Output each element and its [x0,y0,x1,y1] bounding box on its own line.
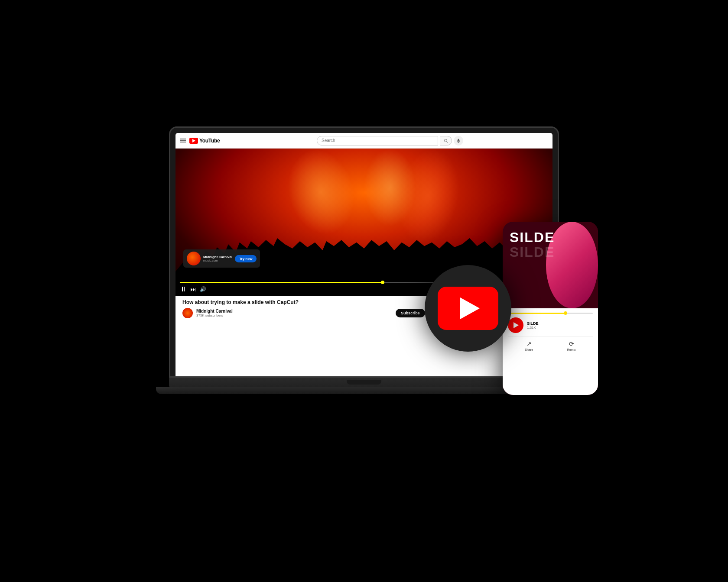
youtube-circle-logo [425,265,511,352]
volume-button[interactable]: 🔊 [200,286,206,292]
album-text: SILDE SILDE [510,230,555,259]
ad-title: Midnight Carnival [203,255,232,259]
search-container [232,136,548,146]
phone-play-area: SILDE 1.31K [508,317,593,333]
ad-url: music.com [203,259,232,262]
channel-avatar[interactable] [182,308,193,318]
concert-background [176,149,552,296]
album-title-main: SILDE [510,230,555,244]
phone-bottom: SILDE 1.31K ↗ Share ⟳ Remix [503,308,598,395]
youtube-logo-red [438,287,498,330]
ad-cta-button[interactable]: Try now [235,255,257,262]
phone-track-info: SILDE 1.31K [527,321,593,330]
youtube-logo-text: YouTube [199,138,220,144]
ad-text: Midnight Carnival music.com [203,255,232,262]
menu-button[interactable] [180,139,186,142]
phone-remix-icon: ⟳ [569,340,574,347]
play-pause-button[interactable]: ⏸ [180,285,187,293]
phone-share-label: Share [525,348,533,351]
channel-name: Midnight Carnival [196,309,392,314]
mic-button[interactable] [454,136,463,146]
laptop-base [169,378,559,387]
concert-scene [176,149,552,296]
phone-progress-dot [564,311,567,315]
next-button[interactable]: ⏭ [190,286,196,293]
laptop-shadow [191,451,537,464]
phone-share-icon: ↗ [526,340,532,347]
phone-track-title: SILDE [527,321,593,326]
ad-thumbnail [187,252,201,265]
album-title-shadow: SILDE [510,245,555,259]
stage-light-1 [279,149,364,242]
phone-remix-label: Remix [567,348,576,351]
phone-content: SILDE SILDE SILDE 1.31K [503,222,598,395]
phone-progress-fill [508,313,567,314]
laptop-screen-outer: YouTube [169,126,559,378]
search-input[interactable] [317,136,438,146]
ad-overlay: Midnight Carnival music.com Try now [183,249,260,268]
main-scene: YouTube [104,96,624,486]
mobile-phone: SILDE SILDE SILDE 1.31K [503,222,598,395]
mic-icon [456,138,461,143]
channel-subscribers: 375K subscribers [196,314,392,317]
subscribe-button[interactable]: Subscribe [396,309,425,317]
phone-progress-bar[interactable] [508,313,593,314]
phone-action-buttons: ↗ Share ⟳ Remix [508,336,593,351]
youtube-logo-icon [189,138,198,144]
video-player[interactable]: Midnight Carnival music.com Try now ⏸ [176,149,552,296]
phone-share-button[interactable]: ↗ Share [525,340,533,351]
youtube-logo[interactable]: YouTube [189,138,220,144]
channel-info: Midnight Carnival 375K subscribers [196,309,392,317]
search-button[interactable] [440,136,452,146]
phone-play-triangle [514,322,519,328]
phone-remix-button[interactable]: ⟳ Remix [567,340,576,351]
phone-play-button[interactable] [508,317,523,333]
header-left: YouTube [180,138,232,144]
search-icon [443,138,448,143]
phone-track-count: 1.31K [527,326,593,330]
youtube-play-icon [460,297,480,319]
youtube-header: YouTube [176,133,552,149]
progress-fill [180,282,383,283]
phone-album-art: SILDE SILDE [503,222,598,308]
